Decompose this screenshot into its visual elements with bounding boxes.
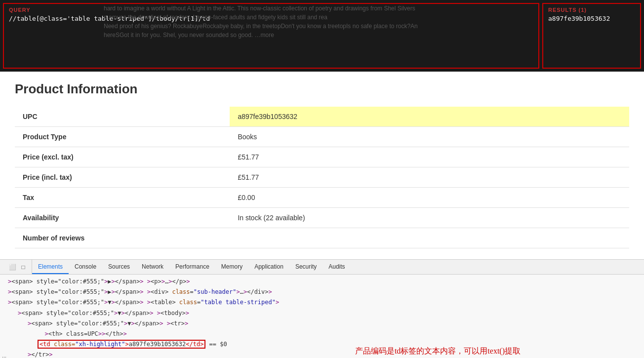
- row-label: Availability: [15, 208, 230, 228]
- dom-line: ><th> class=UPC>></th>>: [0, 329, 644, 339]
- dom-line: ><span> style="color:#555;">▶></span>> >…: [0, 277, 644, 287]
- table-row: UPCa897fe39b1053632: [15, 107, 629, 127]
- table-row: Tax£0.00: [15, 188, 629, 208]
- dom-content: ><span> style="color:#555;">▶></span>> >…: [0, 275, 644, 358]
- devtools-tab-sources[interactable]: Sources: [102, 260, 136, 274]
- row-label: Price (incl. tax): [15, 167, 230, 188]
- row-value: £51.77: [230, 167, 629, 188]
- row-label: UPC: [15, 107, 230, 127]
- query-label: QUERY: [9, 7, 533, 13]
- row-value: £0.00: [230, 188, 629, 208]
- results-value: a897fe39b1053632: [548, 15, 635, 22]
- devtools-tabs-container: ElementsConsoleSourcesNetworkPerformance…: [32, 260, 351, 274]
- row-value: £51.77: [230, 147, 629, 167]
- devtools-body: ><span> style="color:#555;">▶></span>> >…: [0, 275, 644, 358]
- table-row: Price (excl. tax)£51.77: [15, 147, 629, 167]
- table-row: Product TypeBooks: [15, 127, 629, 147]
- devtools-panel: ⬜ □ ElementsConsoleSourcesNetworkPerform…: [0, 259, 644, 358]
- dom-line: ><span> style="color:#555;">▼></span>> >…: [0, 308, 644, 318]
- table-row: Number of reviews: [15, 228, 629, 248]
- devtools-tab-network[interactable]: Network: [136, 260, 169, 274]
- product-title: Product Information: [15, 81, 629, 97]
- row-label: Number of reviews: [15, 228, 230, 248]
- devtools-tab-security[interactable]: Security: [289, 260, 322, 274]
- devtools-tabs: ⬜ □ ElementsConsoleSourcesNetworkPerform…: [0, 260, 644, 275]
- query-value: //table[@class='table table-striped']/tb…: [9, 15, 533, 22]
- inspect-icon[interactable]: □: [19, 263, 28, 272]
- results-section: RESULTS (1) a897fe39b1053632: [542, 3, 641, 69]
- devtools-tab-performance[interactable]: Performance: [169, 260, 215, 274]
- row-value: a897fe39b1053632: [230, 107, 629, 127]
- dom-line: ></tr>>: [0, 350, 644, 358]
- main-content: Product Information UPCa897fe39b1053632P…: [0, 72, 644, 259]
- product-table: UPCa897fe39b1053632Product TypeBooksPric…: [15, 107, 629, 248]
- devtools-tab-elements[interactable]: Elements: [32, 260, 69, 274]
- devtools-icons: ⬜ □: [4, 260, 32, 274]
- top-panel: hard to imagine a world without A Light …: [0, 0, 644, 72]
- dom-line: ><span> style="color:#555;">▼></span>> >…: [0, 297, 644, 308]
- devtools-tab-audits[interactable]: Audits: [322, 260, 351, 274]
- row-label: Price (excl. tax): [15, 147, 230, 167]
- cursor-icon[interactable]: ⬜: [8, 263, 17, 272]
- dom-line: ><span> style="color:#555;">▼></span>> >…: [0, 318, 644, 329]
- results-label: RESULTS (1): [548, 7, 635, 13]
- row-value: In stock (22 available): [230, 208, 629, 228]
- devtools-tab-console[interactable]: Console: [69, 260, 102, 274]
- table-row: Price (incl. tax)£51.77: [15, 167, 629, 188]
- devtools-tab-application[interactable]: Application: [248, 260, 289, 274]
- query-section[interactable]: QUERY //table[@class='table table-stripe…: [3, 3, 539, 69]
- devtools-tab-memory[interactable]: Memory: [215, 260, 248, 274]
- row-value: Books: [230, 127, 629, 147]
- row-label: Product Type: [15, 127, 230, 147]
- row-value: [230, 228, 629, 248]
- dom-line: <td class="xh-highlight">a897fe39b105363…: [0, 339, 644, 350]
- dom-line: ><span> style="color:#555;">▶></span>> >…: [0, 287, 644, 297]
- dots-left: ...: [2, 353, 6, 358]
- annotation-text: 产品编码是td标签的文本内容，可以用text()提取: [355, 346, 521, 357]
- table-row: AvailabilityIn stock (22 available): [15, 208, 629, 228]
- row-label: Tax: [15, 188, 230, 208]
